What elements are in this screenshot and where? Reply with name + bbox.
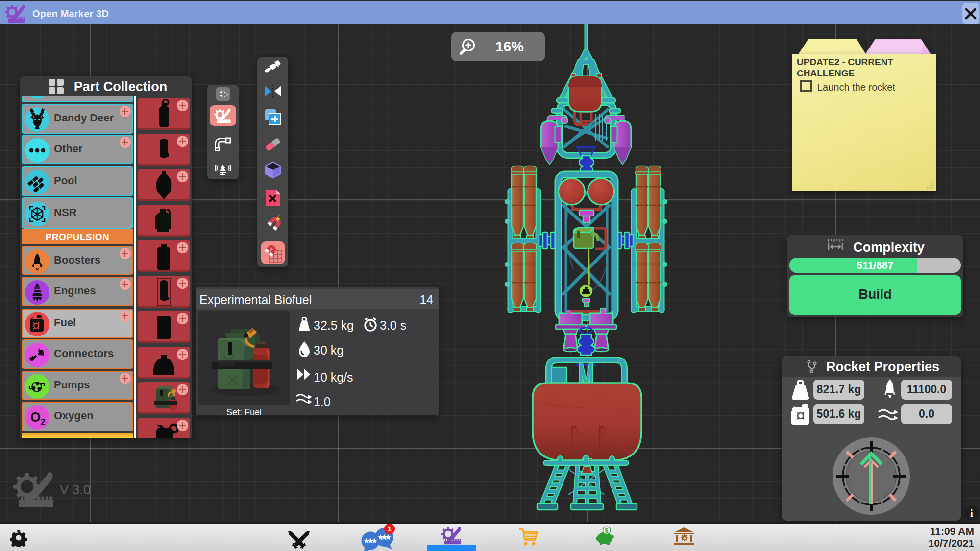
svg-text:O: O <box>30 410 41 425</box>
svg-text:2: 2 <box>41 417 45 427</box>
svg-text:$: $ <box>605 527 609 534</box>
